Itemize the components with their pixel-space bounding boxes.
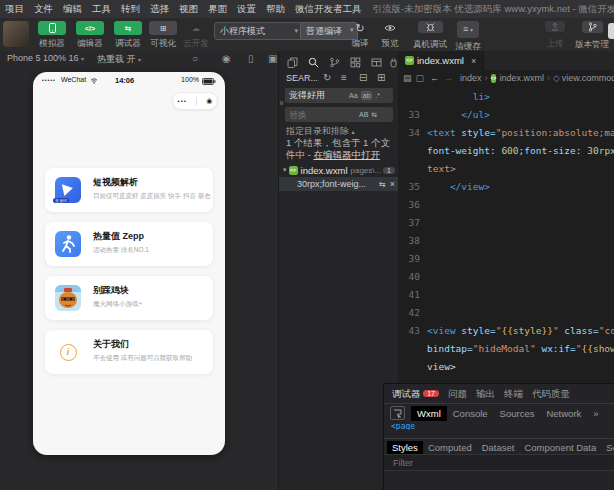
dismiss-match-icon[interactable]: ×: [390, 179, 395, 189]
capsule-button[interactable]: ••• ◉: [172, 92, 218, 110]
bookmark-icon[interactable]: ▢: [416, 73, 425, 83]
tab-index-wxml[interactable]: <> index.wxml ×: [398, 51, 484, 70]
card-video-parse[interactable]: 去水印 短视频解析 目前仅可皮皮虾 皮皮搞笑 快手 抖音 最右: [45, 168, 213, 212]
card-about-us[interactable]: i 关于我们 不会使用 或有问题可点我获取帮助: [45, 330, 213, 374]
open-in-editor-link[interactable]: 在编辑器中打开: [313, 149, 380, 160]
tree-caret-icon[interactable]: ▾: [283, 166, 287, 174]
more-button[interactable]: [608, 23, 614, 39]
replace-all-icon[interactable]: ⇆: [371, 111, 377, 119]
code-line[interactable]: text>: [398, 160, 614, 178]
tab-console[interactable]: Console: [447, 406, 494, 421]
menu-item-10[interactable]: 微信开发者工具: [290, 3, 367, 16]
code-lines[interactable]: li>33 </ul>34<text style="position:absol…: [398, 88, 614, 383]
tab-output[interactable]: 输出: [476, 388, 495, 401]
toggle-replace-icon[interactable]: ∨: [279, 99, 284, 107]
capsule-home-icon[interactable]: ◉: [206, 97, 212, 105]
inspect-element-icon[interactable]: [390, 406, 405, 420]
menu-item-5[interactable]: 选择: [145, 3, 174, 16]
code-line[interactable]: 36: [398, 196, 614, 214]
search-icon[interactable]: [305, 55, 321, 69]
tab-styles[interactable]: Styles: [387, 441, 423, 454]
card-zepp[interactable]: 热量值 Zepp 运动热量 排名NO.1: [45, 222, 213, 266]
source-control-icon[interactable]: [326, 55, 342, 69]
result-match-row[interactable]: 30rpx;font-weig... ⇆ ×: [279, 177, 399, 191]
menu-item-6[interactable]: 视图: [174, 3, 203, 16]
remote-debug-button[interactable]: 真机调试: [408, 21, 452, 51]
tab-code-quality[interactable]: 代码质量: [532, 388, 570, 401]
debugger-button[interactable]: ⇆ 调试器: [108, 21, 148, 50]
hot-reload-select[interactable]: 热重载 开 ▾: [97, 53, 141, 66]
outline-menu-icon[interactable]: ▤: [403, 73, 412, 83]
nav-back-icon[interactable]: ←: [430, 73, 439, 83]
menu-item-8[interactable]: 设置: [232, 3, 261, 16]
code-line[interactable]: view>: [398, 358, 614, 376]
wxml-element-snippet[interactable]: <page: [391, 422, 415, 430]
package-icon[interactable]: [368, 55, 384, 69]
capsule-more-icon[interactable]: •••: [178, 98, 187, 104]
code-line[interactable]: 40: [398, 268, 614, 286]
tab-component-data[interactable]: Component Data: [519, 441, 601, 454]
close-tab-icon[interactable]: ×: [471, 56, 476, 66]
code-line[interactable]: font-weight: 600;font-size: 30rpx: [398, 142, 614, 160]
mode-select[interactable]: 小程序模式 ▾: [214, 22, 304, 40]
compile-button[interactable]: ↻ 编译: [345, 21, 375, 50]
menu-item-3[interactable]: 工具: [87, 3, 116, 16]
version-control-button[interactable]: 版本管理: [572, 21, 612, 51]
multi-window-icon[interactable]: ▣: [268, 53, 277, 64]
tab-debugger[interactable]: 调试器 17: [392, 388, 439, 401]
simulator-button[interactable]: 模拟器: [32, 21, 72, 50]
editor-button[interactable]: </> 编辑器: [70, 21, 110, 50]
code-line[interactable]: li>: [398, 88, 614, 106]
user-avatar[interactable]: [3, 21, 29, 47]
code-line[interactable]: 43<view style="{{style}}" class="co: [398, 322, 614, 340]
filter-input[interactable]: [391, 457, 545, 469]
menu-item-0[interactable]: 项目: [0, 3, 29, 16]
more-tabs-icon[interactable]: »: [587, 406, 604, 421]
collapse-all-icon[interactable]: ⊟: [359, 72, 367, 83]
replace-input[interactable]: [285, 110, 359, 120]
crumb-element[interactable]: view.commodity: [562, 73, 614, 83]
preserve-case-icon[interactable]: AB: [359, 111, 368, 118]
clear-results-icon[interactable]: ≡: [341, 72, 347, 83]
menu-item-7[interactable]: 界面: [203, 3, 232, 16]
preview-button[interactable]: 预览: [375, 21, 405, 50]
tab-network[interactable]: Network: [540, 406, 587, 421]
search-input[interactable]: [285, 91, 349, 101]
code-line[interactable]: bindtap="hideModal" wx:if="{{show: [398, 340, 614, 358]
replace-match-icon[interactable]: ⇆: [379, 180, 386, 189]
tab-scope-data[interactable]: Scope Data: [601, 441, 614, 454]
code-line[interactable]: 35 </view>: [398, 178, 614, 196]
menu-item-9[interactable]: 帮助: [261, 3, 290, 16]
code-line[interactable]: 38: [398, 232, 614, 250]
tab-wxml[interactable]: Wxml: [411, 406, 447, 421]
regex-icon[interactable]: .*: [375, 92, 380, 99]
clear-cache-button[interactable]: ≡ ▾ 清缓存: [450, 21, 486, 53]
code-line[interactable]: 41: [398, 286, 614, 304]
device-frame-icon[interactable]: ▯: [248, 53, 254, 64]
crumb-index[interactable]: index: [460, 73, 482, 83]
match-case-icon[interactable]: Aa: [349, 92, 358, 99]
record-icon[interactable]: ◉: [222, 53, 231, 64]
files-icon[interactable]: [284, 55, 300, 69]
extensions-icon[interactable]: [347, 55, 363, 69]
open-editor-icon[interactable]: ⊞: [377, 72, 385, 83]
tab-terminal[interactable]: 终端: [504, 388, 523, 401]
tab-problems[interactable]: 问题: [448, 388, 467, 401]
refresh-results-icon[interactable]: ↻: [323, 72, 331, 83]
rotate-icon[interactable]: ○: [192, 53, 198, 64]
code-line[interactable]: 33 </ul>: [398, 106, 614, 124]
code-line[interactable]: 37: [398, 214, 614, 232]
menu-item-2[interactable]: 编辑: [58, 3, 87, 16]
code-line[interactable]: 34<text style="position:absolute;ma: [398, 124, 614, 142]
tab-dataset[interactable]: Dataset: [477, 441, 520, 454]
tab-sources[interactable]: Sources: [494, 406, 541, 421]
result-file-row[interactable]: ▾ <> index.wxml pages\... 1: [279, 163, 399, 177]
tab-computed[interactable]: Computed: [423, 441, 477, 454]
device-select[interactable]: Phone 5 100% 16 ▾: [7, 53, 84, 63]
code-line[interactable]: 42: [398, 304, 614, 322]
whole-word-icon[interactable]: ab: [361, 91, 373, 100]
card-chicken-game[interactable]: 别踩鸡块 魔火网络小游戏+: [45, 276, 213, 320]
menu-item-4[interactable]: 转到: [116, 3, 145, 16]
code-line[interactable]: 39: [398, 250, 614, 268]
menu-item-1[interactable]: 文件: [29, 3, 58, 16]
